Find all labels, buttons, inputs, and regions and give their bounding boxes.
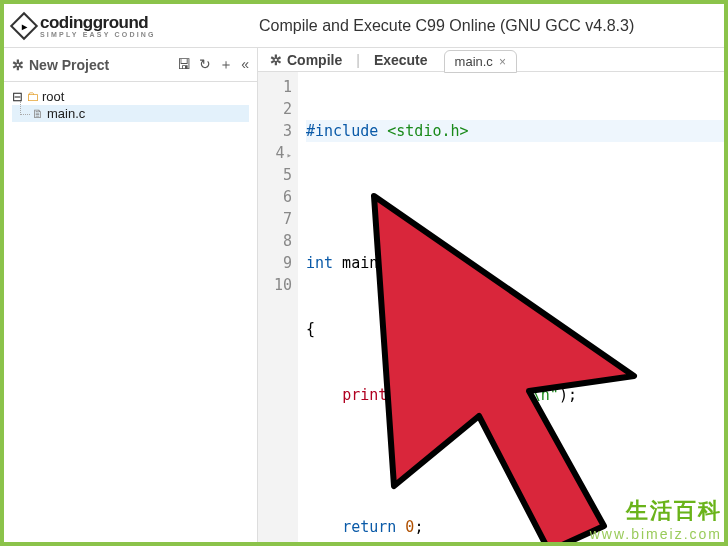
line-number: 3	[258, 120, 292, 142]
brand-name: codingground	[40, 14, 156, 31]
page-title: Compile and Execute C99 Online (GNU GCC …	[259, 17, 634, 35]
logo: ▸ codingground SIMPLY EASY CODING	[14, 14, 259, 38]
tree-root[interactable]: ⊟ 🗀 root	[12, 88, 249, 105]
line-number: 6	[258, 186, 292, 208]
tree-branch-icon	[20, 101, 30, 115]
line-number: 10	[258, 274, 292, 296]
file-tree: ⊟ 🗀 root 🗎 main.c	[4, 82, 257, 128]
tab-main-c[interactable]: main.c ×	[444, 50, 517, 73]
code-line: return 0;	[306, 516, 724, 538]
file-icon: 🗎	[32, 107, 44, 121]
refresh-icon[interactable]: ↻	[199, 56, 211, 74]
editor-area: ✲ Compile | Execute main.c × 1 2 3 4 5 6…	[258, 48, 724, 542]
code-line	[306, 186, 724, 208]
line-number: 8	[258, 230, 292, 252]
execute-label: Execute	[374, 52, 428, 68]
editor-toolbar: ✲ Compile | Execute main.c ×	[258, 48, 724, 72]
toolbar-separator: |	[356, 52, 360, 68]
save-icon[interactable]: 🖫	[177, 56, 191, 74]
line-number: 1	[258, 76, 292, 98]
logo-badge-icon: ▸	[10, 11, 38, 39]
brand-tagline: SIMPLY EASY CODING	[40, 31, 156, 38]
tree-file-main-c[interactable]: 🗎 main.c	[12, 105, 249, 122]
line-number: 7	[258, 208, 292, 230]
code-line: #include <stdio.h>	[306, 120, 724, 142]
collapse-icon[interactable]: «	[241, 56, 249, 74]
code-line: {	[306, 318, 724, 340]
add-icon[interactable]: ＋	[219, 56, 233, 74]
line-number: 2	[258, 98, 292, 120]
sidebar-header: ✲ New Project 🖫 ↻ ＋ «	[4, 48, 257, 82]
execute-button[interactable]: Execute	[370, 50, 432, 70]
new-project-label[interactable]: New Project	[29, 57, 109, 73]
compile-label: Compile	[287, 52, 342, 68]
close-icon[interactable]: ×	[499, 55, 506, 69]
compile-button[interactable]: ✲ Compile	[266, 50, 346, 70]
gear-icon: ✲	[270, 52, 282, 68]
code-line: printf("Hello, World!\n");	[306, 384, 724, 406]
code-content[interactable]: #include <stdio.h> int main() { printf("…	[298, 72, 724, 546]
tab-label: main.c	[455, 54, 493, 69]
code-line: int main()	[306, 252, 724, 274]
header: ▸ codingground SIMPLY EASY CODING Compil…	[4, 4, 724, 48]
tree-root-label: root	[42, 89, 64, 104]
gear-icon[interactable]: ✲	[12, 57, 24, 73]
code-line	[306, 450, 724, 472]
line-number: 9	[258, 252, 292, 274]
sidebar: ✲ New Project 🖫 ↻ ＋ « ⊟ 🗀 root 🗎 main.c	[4, 48, 258, 542]
tree-file-label: main.c	[47, 106, 85, 121]
line-number: 5	[258, 164, 292, 186]
line-gutter: 1 2 3 4 5 6 7 8 9 10	[258, 72, 298, 546]
main-row: ✲ New Project 🖫 ↻ ＋ « ⊟ 🗀 root 🗎 main.c	[4, 48, 724, 542]
line-number: 4	[258, 142, 292, 164]
code-editor[interactable]: 1 2 3 4 5 6 7 8 9 10 #include <stdio.h> …	[258, 72, 724, 546]
